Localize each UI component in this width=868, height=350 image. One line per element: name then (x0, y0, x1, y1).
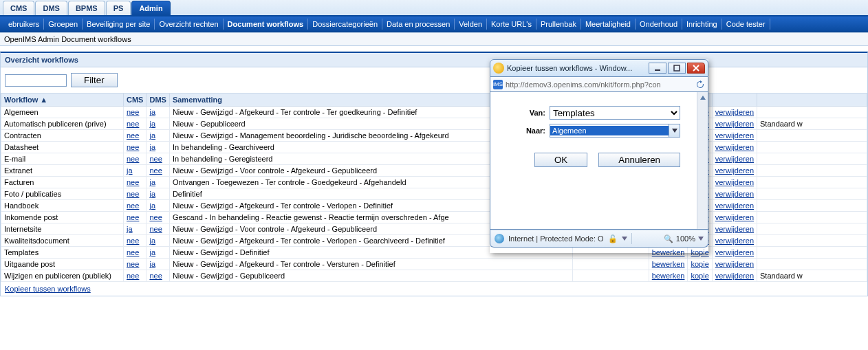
subnav-groepen[interactable]: Groepen (44, 19, 83, 30)
cms-flag[interactable]: nee (127, 213, 139, 221)
top-tab-dms[interactable]: DMS (35, 1, 67, 15)
subnav-korte-urls[interactable]: Korte URL's (487, 19, 536, 30)
security-icon[interactable]: 🔓 (608, 234, 618, 243)
cms-flag[interactable]: nee (127, 178, 139, 186)
extra-cell (757, 212, 867, 223)
dms-flag[interactable]: ja (149, 108, 155, 116)
dms-flag[interactable]: ja (149, 143, 155, 151)
subnav-inrichting[interactable]: Inrichting (682, 19, 722, 30)
table-row: Foto / publicatiesneejaDefinitiefbewerke… (1, 188, 867, 200)
subnav-dossiercategorieen[interactable]: Dossiercategorieën (308, 19, 382, 30)
dms-flag[interactable]: ja (149, 131, 155, 140)
van-select[interactable]: Templates (550, 106, 680, 120)
dms-flag[interactable]: nee (149, 225, 162, 233)
popup-url-text[interactable]: http://demov3.openims.com/nkit/form.php?… (506, 80, 695, 89)
cms-flag[interactable]: nee (127, 237, 139, 245)
dms-flag[interactable]: nee (149, 166, 162, 175)
table-row: Wijzigen en publiceren (publiek)neeneeNi… (1, 270, 867, 282)
verwijderen-link[interactable]: verwijderen (715, 178, 754, 186)
col-workflow[interactable]: Workflow ▲ (1, 94, 124, 107)
chevron-down-icon[interactable] (669, 124, 680, 137)
col-dms[interactable]: DMS (147, 94, 169, 107)
table-row: ContractenneejaNieuw - Gewijzigd - Manag… (1, 130, 867, 142)
verwijderen-link[interactable]: verwijderen (715, 248, 754, 256)
table-row: FacturenneejaOntvangen - Toegewezen - Te… (1, 177, 867, 188)
annuleren-button[interactable]: Annuleren (598, 153, 680, 167)
zoom-icon[interactable]: 🔍 (664, 234, 673, 243)
verwijderen-link[interactable]: verwijderen (715, 155, 754, 163)
dms-flag[interactable]: ja (149, 248, 155, 256)
subnav-prullenbak[interactable]: Prullenbak (536, 19, 581, 30)
filter-button[interactable]: Filter (71, 73, 118, 87)
verwijderen-link[interactable]: verwijderen (715, 260, 754, 268)
naar-select[interactable]: Algemeen (550, 124, 680, 138)
verwijderen-link[interactable]: verwijderen (715, 201, 754, 210)
cms-flag[interactable]: nee (127, 260, 139, 268)
verwijderen-link[interactable]: verwijderen (715, 225, 754, 233)
popup-titlebar[interactable]: Kopieer tussen workflows - Window... (490, 59, 708, 77)
top-tab-bpms[interactable]: BPMS (68, 1, 105, 15)
cms-flag[interactable]: nee (127, 201, 139, 210)
bewerken-link[interactable]: bewerken (652, 272, 685, 280)
cms-flag[interactable]: nee (127, 272, 139, 280)
subnav-code-tester[interactable]: Code tester (722, 19, 770, 30)
verwijderen-link[interactable]: verwijderen (715, 237, 754, 245)
top-tab-bar: CMS DMS BPMS PS Admin (0, 0, 868, 17)
cms-flag[interactable]: nee (127, 120, 139, 128)
kopieer-tussen-workflows-link[interactable]: Kopieer tussen workflows (5, 285, 91, 293)
col-cms[interactable]: CMS (124, 94, 147, 107)
dms-flag[interactable]: ja (149, 120, 155, 128)
verwijderen-link[interactable]: verwijderen (715, 190, 754, 198)
dms-flag[interactable]: ja (149, 237, 155, 245)
top-tab-cms[interactable]: CMS (3, 1, 34, 15)
kopie-link[interactable]: kopie (691, 272, 708, 280)
dms-flag[interactable]: ja (149, 178, 155, 186)
maximize-button[interactable] (668, 63, 686, 74)
dms-flag[interactable]: ja (149, 190, 155, 198)
cms-flag[interactable]: nee (127, 248, 139, 256)
cms-flag[interactable]: nee (127, 131, 139, 140)
subnav-beveiliging[interactable]: Beveiliging per site (83, 19, 155, 30)
filter-input[interactable] (5, 74, 67, 87)
cms-flag[interactable]: ja (127, 225, 133, 233)
dms-flag[interactable]: ja (149, 260, 155, 268)
top-tab-ps[interactable]: PS (106, 1, 131, 15)
dms-flag[interactable]: ja (149, 201, 155, 210)
scroll-up-icon[interactable] (697, 92, 708, 103)
cms-flag[interactable]: nee (127, 190, 139, 198)
cms-flag[interactable]: nee (127, 108, 139, 116)
cms-flag[interactable]: nee (127, 143, 139, 151)
verwijderen-link[interactable]: verwijderen (715, 120, 754, 128)
verwijderen-link[interactable]: verwijderen (715, 143, 754, 151)
workflow-name: Algemeen (1, 107, 124, 118)
subnav-overzicht-rechten[interactable]: Overzicht rechten (155, 19, 223, 30)
close-button[interactable] (687, 63, 705, 74)
subnav-data-processen[interactable]: Data en processen (382, 19, 455, 30)
subnav-onderhoud[interactable]: Onderhoud (636, 19, 682, 30)
subnav-document-workflows[interactable]: Document workflows (224, 19, 309, 30)
dms-flag[interactable]: nee (149, 155, 162, 163)
verwijderen-link[interactable]: verwijderen (715, 166, 754, 175)
table-row: KwaliteitsdocumentneejaNieuw - Gewijzigd… (1, 235, 867, 247)
chevron-down-icon[interactable] (622, 237, 627, 241)
verwijderen-link[interactable]: verwijderen (715, 131, 754, 140)
subnav-meertaligheid[interactable]: Meertaligheid (581, 19, 636, 30)
refresh-icon[interactable] (695, 80, 705, 89)
dms-flag[interactable]: nee (149, 213, 162, 221)
cms-flag[interactable]: nee (127, 155, 139, 163)
ok-button[interactable]: OK (534, 153, 587, 167)
top-tab-admin[interactable]: Admin (131, 1, 170, 15)
cms-flag[interactable]: ja (127, 166, 133, 175)
subnav-gebruikers[interactable]: ebruikers (4, 19, 44, 30)
kopie-link[interactable]: kopie (691, 260, 708, 268)
verwijderen-link[interactable]: verwijderen (715, 108, 754, 116)
dms-flag[interactable]: nee (149, 272, 162, 280)
verwijderen-link[interactable]: verwijderen (715, 272, 754, 280)
chevron-down-icon[interactable] (698, 237, 704, 241)
subnav-velden[interactable]: Velden (455, 19, 487, 30)
minimize-button[interactable] (649, 63, 666, 74)
verwijderen-link[interactable]: verwijderen (715, 213, 754, 221)
bewerken-link[interactable]: bewerken (652, 260, 685, 268)
table-row: Inkomende postneeneeGescand - In behande… (1, 212, 867, 223)
popup-scrollbar[interactable] (697, 92, 708, 229)
